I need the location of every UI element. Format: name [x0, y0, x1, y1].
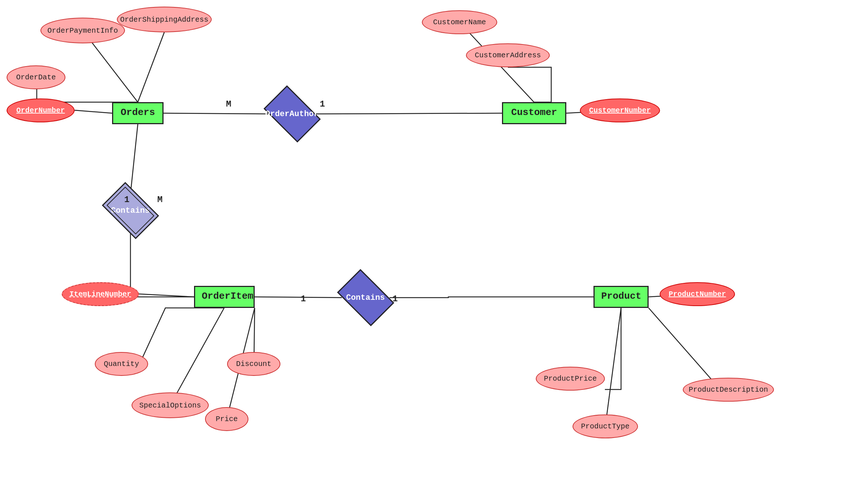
svg-line-8 — [255, 297, 342, 298]
attr-customername: CustomerName — [422, 10, 497, 34]
cardinality-m1: M — [226, 99, 231, 109]
entity-orders: Orders — [112, 102, 164, 124]
attr-discount: Discount — [227, 352, 280, 376]
relationship-contains2-label: Contains — [346, 293, 385, 302]
diagram-lines — [0, 0, 868, 492]
attr-productnumber: ProductNumber — [660, 282, 735, 306]
attr-ordershippingaddress: OrderShippingAddress — [117, 7, 212, 32]
svg-line-4 — [316, 113, 502, 114]
relationship-orderauthor-label: OrderAuthor — [265, 109, 319, 119]
cardinality-1-4: 1 — [392, 294, 398, 304]
svg-line-1 — [138, 32, 164, 102]
entity-orderitem: OrderItem — [194, 286, 255, 308]
attr-orderpaymentinfo: OrderPaymentInfo — [40, 18, 125, 43]
attr-quantity: Quantity — [95, 352, 148, 376]
attr-orderdate: OrderDate — [7, 65, 65, 89]
entity-customer: Customer — [502, 102, 566, 124]
attr-productprice: ProductPrice — [536, 367, 605, 391]
svg-line-2 — [75, 110, 112, 113]
attr-customeraddress: CustomerAddress — [466, 43, 550, 67]
er-diagram: Orders Customer OrderItem Product OrderA… — [0, 0, 868, 492]
attr-productdescription: ProductDescription — [683, 378, 774, 402]
relationship-contains2: Contains — [337, 269, 394, 326]
attr-customernumber: CustomerNumber — [580, 98, 660, 122]
attr-specialoptions: SpecialOptions — [132, 392, 209, 418]
cardinality-m2: M — [157, 195, 162, 205]
attr-ordernumber: OrderNumber — [7, 98, 75, 122]
entity-product: Product — [593, 286, 649, 308]
relationship-orderauthor: OrderAuthor — [263, 85, 321, 143]
relationship-contains1-label: Contains — [111, 206, 150, 215]
relationship-contains1: Contains — [102, 182, 159, 239]
cardinality-1-2: 1 — [124, 195, 129, 205]
cardinality-1-3: 1 — [301, 294, 306, 304]
svg-line-7 — [130, 124, 138, 194]
attr-itemlinenumber: ItemLineNumber — [62, 282, 139, 306]
attr-price: Price — [205, 407, 248, 431]
svg-line-9 — [139, 294, 194, 297]
svg-line-3 — [164, 113, 268, 114]
attr-producttype: ProductType — [573, 414, 638, 438]
cardinality-1-1: 1 — [320, 99, 325, 109]
